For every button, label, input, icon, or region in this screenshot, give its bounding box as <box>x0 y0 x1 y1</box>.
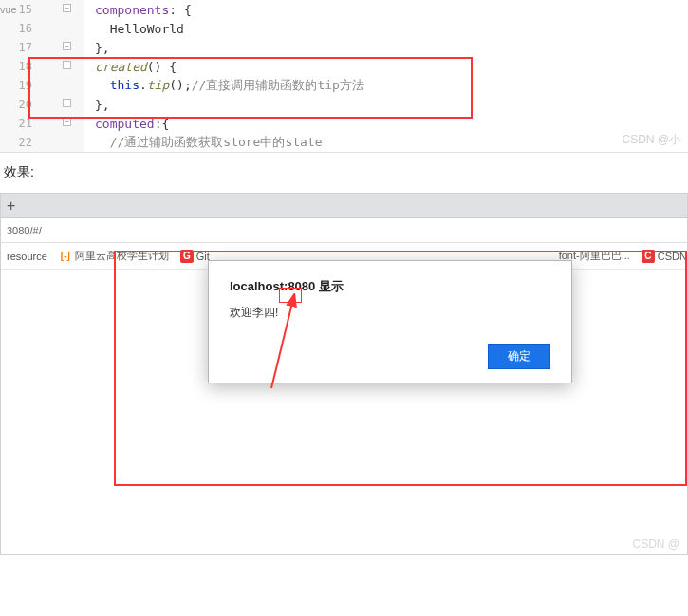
fold-toggle-icon[interactable]: − <box>63 99 71 107</box>
line-number: 22 <box>0 133 36 152</box>
csdn-watermark: CSDN @ <box>632 537 679 551</box>
code-line[interactable]: 18−created() { <box>0 57 688 76</box>
code-text: this.tip();//直接调用辅助函数的tip方法 <box>84 77 364 94</box>
alert-message: 欢迎李四! <box>230 305 550 321</box>
code-line-container: 15−components: {16 HelloWorld17−},18−cre… <box>0 0 688 152</box>
address-bar[interactable]: 3080/#/ <box>1 218 687 243</box>
bookmark-item[interactable]: resource <box>7 251 47 262</box>
js-alert-dialog: localhost:8080 显示 欢迎李四! 确定 <box>208 260 572 383</box>
fold-toggle-icon[interactable]: − <box>63 118 71 126</box>
effect-heading: 效果: <box>0 153 688 193</box>
fold-gutter <box>36 133 84 152</box>
gitee-icon: G <box>180 250 194 263</box>
aliyun-icon: [-] <box>59 250 72 263</box>
line-number: 20 <box>0 95 36 114</box>
code-text: }, <box>84 41 110 55</box>
fold-toggle-icon[interactable]: − <box>63 42 71 50</box>
alert-ok-button[interactable]: 确定 <box>488 344 550 369</box>
fold-toggle-icon[interactable]: − <box>63 4 71 12</box>
line-number: 19 <box>0 76 36 95</box>
code-line[interactable]: 17−}, <box>0 38 688 57</box>
bookmark-item[interactable]: G Git <box>180 250 210 263</box>
browser-tabbar[interactable]: + <box>1 194 687 218</box>
editor-filetype-label: vue <box>0 4 17 15</box>
csdn-icon: C <box>642 250 655 263</box>
code-text: created() { <box>84 60 177 74</box>
new-tab-button[interactable]: + <box>7 197 15 215</box>
bookmark-item[interactable]: [-] 阿里云高校学生计划 <box>59 249 169 263</box>
fold-gutter: − <box>36 95 84 114</box>
fold-toggle-icon[interactable]: − <box>63 61 71 69</box>
code-text: HelloWorld <box>84 22 184 36</box>
bookmark-label: 阿里云高校学生计划 <box>75 249 169 263</box>
code-line[interactable]: 20−}, <box>0 95 688 114</box>
line-number: 16 <box>0 19 36 38</box>
bookmark-item[interactable]: C CSDN <box>642 250 687 263</box>
fold-gutter: − <box>36 114 84 133</box>
address-text: 3080/#/ <box>7 225 42 236</box>
code-text: //通过辅助函数获取store中的state <box>84 134 323 151</box>
code-line[interactable]: 19 this.tip();//直接调用辅助函数的tip方法 <box>0 76 688 95</box>
code-line[interactable]: 16 HelloWorld <box>0 19 688 38</box>
code-text: computed:{ <box>84 117 169 131</box>
bookmark-label: resource <box>7 251 47 262</box>
code-line[interactable]: 22 //通过辅助函数获取store中的state <box>0 133 688 152</box>
fold-gutter <box>36 76 84 95</box>
bookmark-label: CSDN <box>658 251 687 262</box>
line-number: 18 <box>0 57 36 76</box>
fold-gutter <box>36 19 84 38</box>
csdn-watermark: CSDN @小 <box>622 132 680 148</box>
fold-gutter: − <box>36 57 84 76</box>
code-line[interactable]: 15−components: { <box>0 0 688 19</box>
fold-gutter: − <box>36 38 84 57</box>
code-text: components: { <box>84 3 192 17</box>
line-number: 21 <box>0 114 36 133</box>
line-number: 17 <box>0 38 36 57</box>
browser-window: + 3080/#/ resource [-] 阿里云高校学生计划 G Git f… <box>0 193 688 555</box>
code-editor-panel: vue 15−components: {16 HelloWorld17−},18… <box>0 0 688 153</box>
fold-gutter: − <box>36 0 84 19</box>
alert-title: localhost:8080 显示 <box>230 278 550 295</box>
code-line[interactable]: 21−computed:{ <box>0 114 688 133</box>
code-text: }, <box>84 98 110 112</box>
